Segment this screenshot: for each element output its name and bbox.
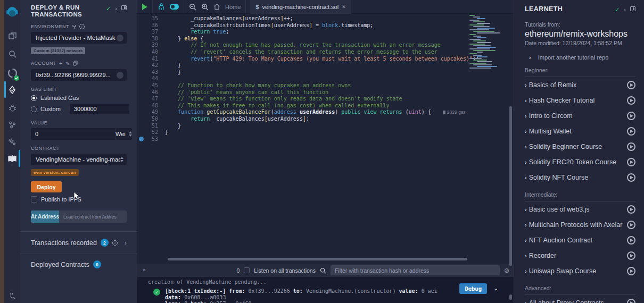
tutorial-item[interactable]: ›NFT Auction Contract: [525, 232, 635, 248]
deploy-run-icon[interactable]: [4, 83, 20, 97]
line-number[interactable]: 51: [137, 123, 165, 130]
walkthrough-icon[interactable]: [158, 3, 165, 11]
deployed-contracts-row[interactable]: Deployed Contracts 0: [20, 254, 137, 275]
account-select[interactable]: 0xf39...92266 (9999.99929...: [31, 69, 127, 81]
code-line[interactable]: 41 revert("HTTP 429: Too Many Cupcakes (…: [137, 56, 514, 63]
tutorial-item[interactable]: ›Basic use of web3.js: [525, 201, 635, 217]
terminal-logs[interactable]: creation of VendingMachine pending... ✓ …: [137, 277, 514, 303]
transaction-log-row[interactable]: ✓ [block:1 txIndex:-] from: 0xf39...9226…: [137, 285, 514, 303]
tutorial-item[interactable]: ›Solidity ERC20 Token Course: [525, 154, 635, 170]
custom-gas-option[interactable]: Custom: [31, 104, 127, 114]
tutorial-item[interactable]: ›Uniswap Swap Course: [525, 263, 635, 279]
code-line[interactable]: 43 }: [137, 69, 514, 76]
file-tab[interactable]: $ vending-machine-contract.sol ✕: [250, 0, 351, 14]
code-line[interactable]: 38 } else {: [137, 36, 514, 43]
code-line[interactable]: 52}: [137, 129, 514, 136]
solidity-compiler-icon[interactable]: [4, 65, 20, 81]
tutorial-title[interactable]: Solidity ERC20 Token Course: [529, 158, 616, 166]
line-number[interactable]: 46: [137, 89, 165, 96]
tutorial-item[interactable]: ›Intro to Circom: [525, 108, 635, 123]
line-number[interactable]: 47: [137, 96, 165, 103]
code-line[interactable]: 51 }: [137, 123, 514, 130]
environment-select[interactable]: Injected Provider - MetaMask: [31, 32, 127, 44]
custom-gas-input[interactable]: [70, 104, 129, 114]
at-address-input[interactable]: [59, 211, 127, 223]
play-tutorial-button[interactable]: [627, 142, 635, 151]
editor-minimap[interactable]: [469, 15, 498, 69]
search-icon[interactable]: [4, 47, 20, 61]
tutorial-title[interactable]: Solidity Beginner Course: [529, 143, 602, 150]
zoom-out-icon[interactable]: [189, 3, 196, 11]
line-number[interactable]: 41: [137, 56, 165, 63]
copy-account-icon[interactable]: [73, 61, 78, 66]
play-tutorial-button[interactable]: [627, 112, 635, 120]
import-tutorial-repo[interactable]: › Import another tutorial repo: [529, 54, 635, 61]
code-line[interactable]: 45 // Function to check how many cupcake…: [137, 82, 514, 89]
tutorial-item[interactable]: ›Multichain Protocols with Axelar: [525, 217, 635, 232]
value-input[interactable]: [31, 128, 115, 140]
play-tutorial-button[interactable]: [627, 173, 635, 182]
code-line[interactable]: 50 return _cupcakeBalances[userAddress];: [137, 116, 514, 123]
play-tutorial-button[interactable]: [627, 299, 635, 303]
code-line[interactable]: 53: [137, 136, 514, 143]
transactions-info-icon[interactable]: i: [112, 240, 118, 246]
tutorial-title[interactable]: Solidity NFT Course: [529, 174, 589, 181]
line-number[interactable]: 45: [137, 82, 165, 89]
learneth-collapse-icon[interactable]: ›: [624, 6, 626, 13]
settings-icon[interactable]: [4, 135, 20, 149]
learneth-pin-icon[interactable]: [630, 6, 635, 11]
code-line[interactable]: 35 _cupcakeBalances[userAddress]++;: [137, 15, 514, 22]
code-line[interactable]: 39 // If not enough time has passed, rev…: [137, 42, 514, 49]
tutorial-item[interactable]: ›Recorder: [525, 248, 635, 263]
code-line[interactable]: 46 // 'public' means anyone can call thi…: [137, 89, 514, 96]
clear-console-icon[interactable]: ⊘: [504, 267, 509, 274]
line-number[interactable]: 44: [137, 75, 165, 82]
code-line[interactable]: 37 return true;: [137, 29, 514, 36]
value-unit-select[interactable]: Wei: [115, 128, 132, 140]
code-line[interactable]: 36 _cupcakeDistributionTimes[userAddress…: [137, 22, 514, 29]
tutorial-item[interactable]: ›Hash Checker Tutorial: [525, 92, 635, 108]
tutorial-title[interactable]: Multisig Wallet: [529, 128, 572, 135]
publish-checkbox[interactable]: [31, 196, 37, 203]
tutorial-item[interactable]: ›Basics of Remix: [525, 77, 635, 92]
right-panel-scrollbar[interactable]: [509, 106, 512, 266]
radio-selected-icon[interactable]: [31, 95, 37, 101]
file-explorer-icon[interactable]: [4, 29, 20, 43]
code-line[interactable]: 48 // This makes it free to call (no gas…: [137, 103, 514, 110]
play-tutorial-button[interactable]: [627, 127, 635, 136]
deploy-button[interactable]: Deploy: [31, 181, 62, 192]
tutorial-title[interactable]: Multichain Protocols with Axelar: [529, 221, 623, 229]
expand-terminal-icon[interactable]: «: [141, 269, 147, 272]
plugin-manager-icon[interactable]: [4, 289, 20, 303]
play-tutorial-button[interactable]: [627, 81, 635, 89]
tutorial-item[interactable]: ›All about Proxy Contracts: [525, 295, 635, 303]
play-tutorial-button[interactable]: [627, 205, 635, 214]
line-number[interactable]: 43: [137, 69, 165, 76]
tutorial-title[interactable]: Basic use of web3.js: [529, 206, 590, 213]
source-control-icon[interactable]: [4, 118, 20, 132]
code-line[interactable]: 47 // 'view' means this function only re…: [137, 96, 514, 103]
environment-info-icon[interactable]: i: [79, 24, 85, 29]
code-editor[interactable]: 35 _cupcakeBalances[userAddress]++;36 _c…: [137, 14, 514, 264]
toggle-icon[interactable]: [170, 4, 179, 10]
pin-to-side-icon[interactable]: [121, 5, 127, 10]
radio-unselected-icon[interactable]: [31, 106, 37, 112]
at-address-button[interactable]: At Address: [31, 211, 59, 223]
tutorial-item[interactable]: ›Solidity Beginner Course: [525, 139, 635, 154]
tx-expand-icon[interactable]: ›: [493, 288, 501, 292]
sign-message-icon[interactable]: ✎: [65, 61, 70, 66]
play-tutorial-button[interactable]: [627, 267, 635, 275]
scrollbar-thumb[interactable]: [509, 294, 512, 300]
code-line[interactable]: 42 }: [137, 62, 514, 69]
tutorial-title[interactable]: Intro to Circom: [529, 112, 573, 120]
line-number[interactable]: 48: [137, 103, 165, 110]
run-script-icon[interactable]: [142, 4, 147, 10]
play-tutorial-button[interactable]: [627, 158, 635, 166]
play-tutorial-button[interactable]: [627, 236, 635, 245]
line-number[interactable]: 49: [137, 109, 165, 116]
line-number[interactable]: 42: [137, 62, 165, 69]
tutorial-title[interactable]: NFT Auction Contract: [529, 237, 592, 244]
line-number[interactable]: 35: [137, 15, 165, 22]
learneth-book-icon[interactable]: [4, 152, 20, 166]
play-tutorial-button[interactable]: [627, 251, 635, 260]
